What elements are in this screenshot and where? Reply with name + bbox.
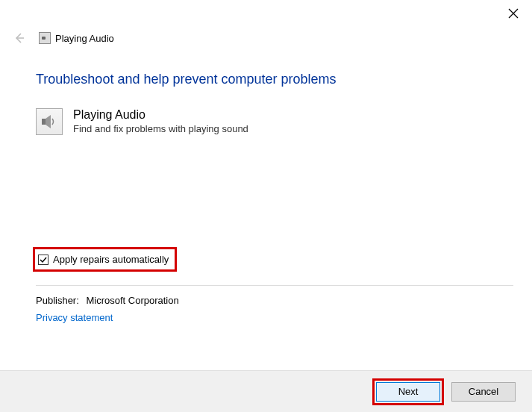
apply-repairs-checkbox[interactable]: Apply repairs automatically	[33, 247, 177, 272]
cancel-button[interactable]: Cancel	[451, 382, 516, 402]
next-button[interactable]: Next	[376, 382, 440, 402]
page-heading: Troubleshoot and help prevent computer p…	[36, 72, 517, 87]
back-arrow-icon[interactable]	[12, 31, 27, 46]
troubleshooter-item: Playing Audio Find and fix problems with…	[36, 108, 517, 135]
publisher-value: Microsoft Corporation	[86, 295, 178, 306]
speaker-icon	[36, 108, 63, 135]
svg-marker-4	[46, 115, 51, 128]
troubleshooter-name: Playing Audio	[73, 108, 248, 122]
next-button-highlight: Next	[372, 378, 444, 405]
publisher-label: Publisher:	[36, 295, 79, 306]
apply-repairs-label: Apply repairs automatically	[53, 254, 169, 265]
checkbox-icon	[38, 255, 48, 265]
troubleshooter-description: Find and fix problems with playing sound	[73, 123, 248, 134]
publisher-row: Publisher: Microsoft Corporation	[36, 295, 517, 306]
window-title: Playing Audio	[55, 33, 114, 44]
divider	[36, 285, 513, 286]
troubleshooter-app-icon	[39, 32, 51, 44]
close-icon[interactable]	[508, 8, 519, 19]
button-bar: Next Cancel	[0, 370, 532, 412]
svg-rect-3	[42, 119, 46, 125]
privacy-statement-link[interactable]: Privacy statement	[36, 312, 517, 323]
